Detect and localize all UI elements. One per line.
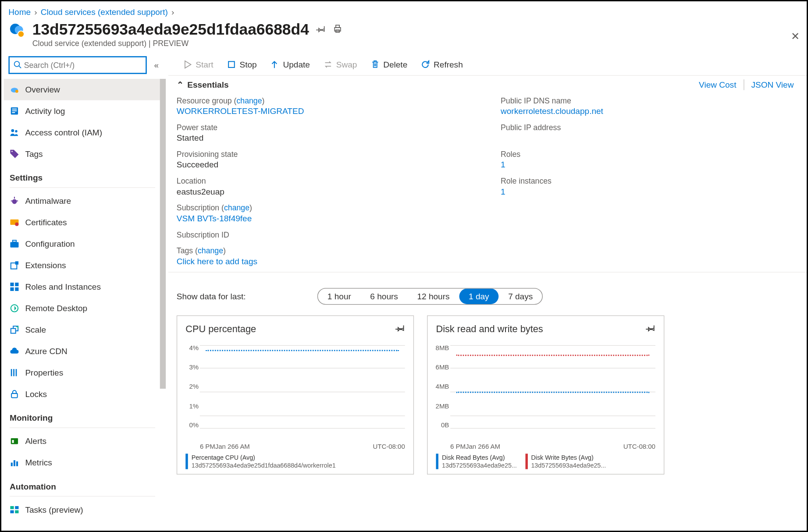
svg-point-16 — [11, 151, 13, 152]
bug-icon — [10, 196, 19, 206]
svg-rect-37 — [11, 438, 18, 444]
time-1hour[interactable]: 1 hour — [318, 289, 361, 304]
time-1day[interactable]: 1 day — [459, 289, 498, 304]
series-disk-write — [456, 355, 650, 356]
page-header: 13d57255693a4eda9e25d1fdaa6688d4 — [1, 18, 808, 39]
svg-rect-40 — [14, 460, 15, 466]
svg-point-17 — [12, 199, 17, 204]
grid-icon — [10, 282, 19, 292]
pin-icon[interactable] — [646, 323, 655, 334]
search-input-wrap[interactable] — [8, 56, 147, 74]
json-view-link[interactable]: JSON View — [744, 80, 801, 90]
svg-point-14 — [11, 129, 14, 132]
sidebar-item-properties[interactable]: Properties — [4, 362, 161, 383]
svg-rect-29 — [10, 287, 14, 291]
tasks-icon — [10, 505, 19, 514]
svg-rect-4 — [336, 25, 339, 27]
close-icon[interactable]: ✕ — [791, 30, 800, 43]
sidebar-item-alerts[interactable]: Alerts — [4, 430, 161, 452]
dns-name-link[interactable]: workerroletest.cloudapp.net — [501, 105, 801, 116]
time-7days[interactable]: 7 days — [498, 289, 542, 304]
sidebar-item-metrics[interactable]: Metrics — [4, 452, 161, 473]
view-cost-link[interactable]: View Cost — [692, 80, 744, 90]
sidebar-scrollbar[interactable] — [160, 79, 166, 521]
sidebar-item-overview[interactable]: Overview — [4, 79, 161, 100]
time-12hours[interactable]: 12 hours — [408, 289, 459, 304]
sidebar-item-activity-log[interactable]: Activity log — [4, 100, 161, 122]
chevron-right-icon: › — [34, 7, 37, 17]
field-subscription-id: Subscription ID — [177, 230, 477, 239]
cloud-icon — [10, 85, 19, 94]
stop-button[interactable]: Stop — [221, 57, 263, 72]
sidebar-item-roles[interactable]: Roles and Instances — [4, 276, 161, 298]
sidebar: « Overview Activity log Access control (… — [1, 54, 168, 521]
sidebar-group-automation: Automation — [4, 473, 161, 493]
certificate-icon — [10, 218, 19, 227]
page-subtitle: Cloud service (extended support) | PREVI… — [1, 39, 808, 54]
extension-icon — [10, 261, 19, 270]
chart-icon — [10, 458, 19, 468]
sidebar-item-scale[interactable]: Scale — [4, 319, 161, 340]
breadcrumb: Home › Cloud services (extended support)… — [1, 1, 808, 18]
chart-plot-area[interactable]: 4%3%2%1%0% — [200, 344, 405, 440]
sidebar-item-tags[interactable]: Tags — [4, 143, 161, 165]
x-axis: 6 PMJan 266 AMUTC-08:00 — [185, 442, 405, 450]
change-rg-link[interactable]: change — [236, 96, 262, 105]
sidebar-item-certificates[interactable]: Certificates — [4, 212, 161, 233]
sidebar-item-cdn[interactable]: Azure CDN — [4, 340, 161, 362]
essentials-panel: Resource group (change)WORKERROLETEST-MI… — [168, 94, 808, 273]
people-icon — [10, 128, 19, 137]
svg-rect-45 — [15, 510, 18, 513]
roles-link[interactable]: 1 — [501, 159, 801, 169]
svg-rect-13 — [12, 112, 15, 113]
svg-point-15 — [15, 130, 17, 132]
chart-title: CPU percentage — [185, 323, 256, 334]
chart-plot-area[interactable]: 8MB6MB4MB2MB0B — [450, 344, 655, 440]
sidebar-item-configuration[interactable]: Configuration — [4, 233, 161, 255]
cloud-icon — [10, 346, 19, 356]
svg-rect-36 — [11, 394, 18, 398]
print-icon[interactable] — [333, 24, 342, 35]
svg-rect-23 — [10, 242, 18, 247]
time-range-selector: 1 hour 6 hours 12 hours 1 day 7 days — [317, 288, 543, 305]
main-content: Start Stop Update Swap Delete Refresh ⌃ … — [168, 54, 808, 521]
search-icon — [13, 60, 21, 70]
search-input[interactable] — [24, 60, 142, 69]
field-public-ip: Public IP address — [501, 123, 801, 142]
svg-rect-35 — [16, 369, 17, 376]
subscription-link[interactable]: VSM BVTs-18f49fee — [177, 212, 477, 223]
change-sub-link[interactable]: change — [224, 203, 249, 212]
properties-icon — [10, 368, 19, 377]
chart-title: Disk read and write bytes — [436, 323, 543, 334]
sidebar-item-tasks[interactable]: Tasks (preview) — [4, 499, 161, 521]
svg-point-2 — [18, 31, 24, 37]
pin-icon[interactable] — [395, 323, 405, 334]
sidebar-item-iam[interactable]: Access control (IAM) — [4, 122, 161, 143]
collapse-sidebar-icon[interactable]: « — [152, 58, 161, 72]
refresh-button[interactable]: Refresh — [415, 57, 469, 72]
field-dns-name: Public IP DNS nameworkerroletest.cloudap… — [501, 96, 801, 116]
resource-group-link[interactable]: WORKERROLETEST-MIGRATED — [177, 105, 477, 116]
svg-rect-34 — [13, 369, 14, 376]
breadcrumb-service[interactable]: Cloud services (extended support) — [41, 7, 168, 17]
svg-point-6 — [14, 61, 20, 66]
breadcrumb-home[interactable]: Home — [8, 7, 31, 17]
y-axis: 4%3%2%1%0% — [183, 344, 199, 429]
sidebar-item-remote-desktop[interactable]: Remote Desktop — [4, 298, 161, 319]
sidebar-item-extensions[interactable]: Extensions — [4, 255, 161, 276]
essentials-toggle[interactable]: ⌃ Essentials — [177, 80, 229, 90]
delete-button[interactable]: Delete — [364, 57, 413, 72]
instances-link[interactable]: 1 — [501, 185, 801, 196]
pin-icon[interactable] — [316, 24, 326, 35]
swap-button[interactable]: Swap — [317, 57, 363, 72]
field-location: Locationeastus2euap — [177, 177, 477, 196]
change-tags-link[interactable]: change — [198, 246, 223, 255]
sidebar-item-locks[interactable]: Locks — [4, 383, 161, 405]
svg-rect-38 — [12, 440, 14, 443]
start-button[interactable]: Start — [177, 57, 219, 72]
sidebar-item-antimalware[interactable]: Antimalware — [4, 190, 161, 212]
add-tags-link[interactable]: Click here to add tags — [177, 255, 477, 266]
svg-rect-43 — [15, 506, 18, 509]
time-6hours[interactable]: 6 hours — [361, 289, 408, 304]
update-button[interactable]: Update — [264, 57, 316, 72]
